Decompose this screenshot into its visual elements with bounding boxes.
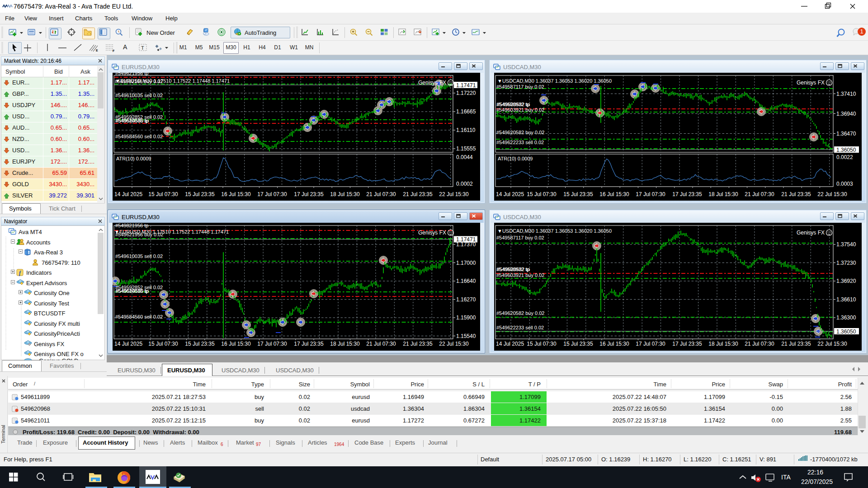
svg-text:#549603921 buy 0.02: #549603921 buy 0.02 <box>496 272 544 278</box>
svg-text:14 Jul 2025: 14 Jul 2025 <box>496 341 524 347</box>
svg-text:15 Jul 07:30: 15 Jul 07:30 <box>527 341 557 347</box>
svg-text:15 Jul 23:35: 15 Jul 23:35 <box>563 341 593 347</box>
svg-text:#549587117 buy 0.02: #549587117 buy 0.02 <box>496 235 544 240</box>
svg-text:21 Jul 23:35: 21 Jul 23:35 <box>781 341 811 347</box>
svg-text:16 Jul 15:30: 16 Jul 15:30 <box>599 341 629 347</box>
svg-text:Genisys FX: Genisys FX <box>797 230 825 236</box>
svg-text:#549620582 buy 0.02: #549620582 buy 0.02 <box>496 310 544 316</box>
svg-text:22 Jul 15:30: 22 Jul 15:30 <box>817 341 847 347</box>
svg-text:#549622233 sell 0.02: #549622233 sell 0.02 <box>496 325 544 330</box>
svg-text:1.36610: 1.36610 <box>836 296 856 303</box>
svg-text:1.36920: 1.36920 <box>836 278 856 284</box>
svg-text:21 Jul 07:30: 21 Jul 07:30 <box>745 341 774 347</box>
svg-text:▼USDCAD,M30 1.36037 1.36053 1: ▼USDCAD,M30 1.36037 1.36053 1.36020 1.36… <box>497 228 612 234</box>
svg-text:#549620582 tp: #549620582 tp <box>497 267 530 272</box>
svg-text:17 Jul 23:35: 17 Jul 23:35 <box>672 341 702 347</box>
svg-text:18 Jul 15:30: 18 Jul 15:30 <box>708 341 738 347</box>
svg-text:1.37230: 1.37230 <box>836 260 856 266</box>
svg-text:1.36300: 1.36300 <box>836 314 856 321</box>
svg-text:17 Jul 07:30: 17 Jul 07:30 <box>636 341 665 347</box>
svg-text:1.37540: 1.37540 <box>836 241 856 248</box>
svg-text:1.36050: 1.36050 <box>836 328 856 335</box>
